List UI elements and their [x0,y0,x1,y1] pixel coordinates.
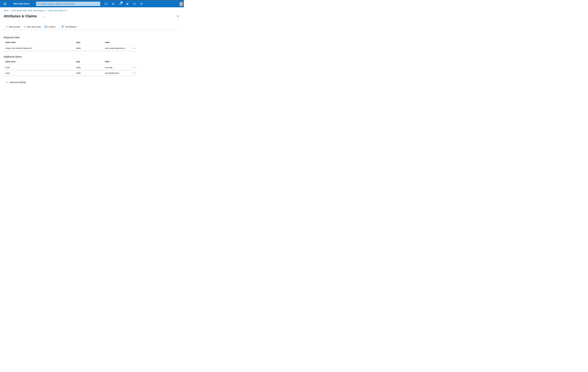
global-search[interactable] [36,2,100,6]
more-options-icon: ••• [133,47,136,49]
column-header-type: Type [76,41,105,43]
page-title: Attributes & Claims [4,14,37,18]
avatar-torso [179,5,183,6]
person-feedback-icon [140,3,143,5]
search-input[interactable] [41,3,99,5]
claim-type-cell: SAML [76,66,105,69]
add-new-claim-button[interactable]: Add new claim [6,25,21,29]
page-header: Attributes & Claims ··· [4,13,180,19]
notifications-button[interactable]: 6 [118,1,123,6]
advanced-settings-label: Advanced settings [10,81,26,84]
plus-icon [6,26,8,28]
chevron-right-icon [10,10,10,11]
azure-portal-window: Microsoft Azure [0,0,184,93]
hamburger-bar [3,4,6,4]
column-header-actions [131,61,137,63]
table-row[interactable]: name SAML user.displayname ••• [3,70,137,76]
row-more-options-button[interactable]: ••• [132,66,136,69]
claim-value-cell: user.displayname [105,72,131,74]
svg-text:?: ? [134,3,135,5]
avatar-head [180,2,182,4]
table-header-row: Claim name Type Value [3,58,137,65]
column-header-value: Value [105,41,131,43]
hamburger-bar [3,3,6,3]
more-options-icon: ••• [133,67,136,68]
add-group-claim-label: Add a group claim [27,26,41,28]
column-header-claim-name: Claim name [3,41,76,43]
cloud-shell-button[interactable] [104,1,109,6]
column-header-actions [131,41,137,43]
close-blade-button[interactable] [176,14,179,18]
got-feedback-label: Got feedback? [65,26,77,28]
close-icon [177,15,179,17]
person-feedback-icon [61,25,64,28]
table-row[interactable]: Unique User Identifier (Name ID) SAML us… [3,45,137,51]
add-new-claim-label: Add new claim [9,26,20,28]
row-more-options-button[interactable]: ••• [132,72,136,74]
claim-name-cell: email [3,66,76,69]
account-avatar[interactable] [179,1,183,6]
got-feedback-button[interactable]: Got feedback? [61,25,77,29]
ellipsis-icon: ··· [43,16,46,18]
table-row[interactable]: email SAML user.mail ••• [3,65,137,70]
topbar-actions: 6 ? [104,0,144,7]
chevron-down-icon [6,82,8,83]
columns-label: Columns [49,26,55,28]
additional-claims-heading: Additional claims [4,55,184,58]
more-options-icon: ••• [133,72,136,74]
columns-icon [44,26,47,28]
plus-icon [24,26,26,28]
command-bar: Add new claim Add a group claim Columns [3,25,180,30]
breadcrumb-app[interactable]: Azure SAML SSO | SAML-based Sign-on [12,10,45,12]
chevron-right-icon [46,10,47,11]
toolbar-divider [58,25,59,28]
directory-filter-icon [112,3,115,5]
feedback-button[interactable] [139,1,144,6]
brand-title[interactable]: Microsoft Azure [13,0,30,7]
claim-type-cell: SAML [76,47,105,49]
gear-icon [126,3,129,5]
column-header-type: Type [76,61,105,63]
menu-button[interactable] [3,3,6,5]
claim-type-cell: SAML [76,72,105,74]
page-context-menu-button[interactable]: ··· [43,16,46,18]
claim-value-cell: user.mail [105,66,131,69]
advanced-settings-toggle[interactable]: Advanced settings [6,81,26,84]
directory-filter-button[interactable] [111,1,116,6]
breadcrumb-saml-signon[interactable]: SAML-based Sign-on [48,10,65,12]
column-header-value: Value [105,61,131,63]
chevron-right-icon [67,10,68,11]
notification-badge: 6 [121,1,123,3]
search-icon [38,3,40,5]
column-header-claim-name: Claim name [3,61,76,63]
required-claim-heading: Required claim [4,36,184,39]
table-header-row: Claim name Type Value [3,39,137,45]
add-group-claim-button[interactable]: Add a group claim [24,25,41,29]
columns-button[interactable]: Columns [44,25,56,29]
claim-value-cell: user.userprincipalname [... [105,47,131,49]
row-more-options-button[interactable]: ••• [132,47,136,50]
breadcrumb-home[interactable]: Home [4,10,9,12]
topbar: Microsoft Azure [0,0,184,7]
help-button[interactable]: ? [132,1,137,6]
claim-name-cell: name [3,72,76,74]
claim-name-cell: Unique User Identifier (Name ID) [3,47,76,49]
required-claim-table: Claim name Type Value Unique User Identi… [3,39,137,51]
additional-claims-table: Claim name Type Value email SAML user.ma… [3,58,137,76]
settings-button[interactable] [125,1,130,6]
cloud-shell-icon [105,3,107,5]
help-icon: ? [133,3,136,5]
breadcrumb: Home Azure SAML SSO | SAML-based Sign-on… [0,7,184,12]
hamburger-bar [3,5,6,5]
